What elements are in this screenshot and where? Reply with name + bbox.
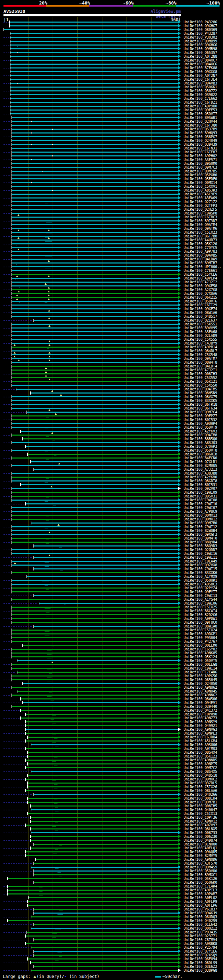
alignment-bar[interactable] bbox=[10, 45, 178, 46]
alignment-bar[interactable] bbox=[23, 438, 178, 439]
alignment-row[interactable]: UniRef100_B6CWI4 bbox=[0, 609, 223, 613]
alignment-bar[interactable] bbox=[22, 702, 178, 703]
alignment-bar[interactable] bbox=[12, 354, 178, 355]
subject-label[interactable]: UniRef100_B3XXK5 bbox=[184, 399, 217, 402]
subject-label[interactable]: UniRef100_O65357 bbox=[184, 51, 217, 54]
subject-label[interactable]: UniRef100_Q84XC6 bbox=[184, 62, 217, 66]
subject-label[interactable]: UniRef100_C5IX26 bbox=[184, 785, 217, 789]
alignment-bar[interactable] bbox=[39, 603, 178, 604]
alignment-bar[interactable] bbox=[12, 599, 178, 600]
alignment-row[interactable]: UniRef100_C7E4R4 bbox=[0, 885, 223, 888]
alignment-bar[interactable] bbox=[12, 266, 178, 267]
subject-label[interactable]: UniRef100_Q9M7B1 bbox=[184, 800, 217, 804]
alignment-row[interactable]: UniRef100_A8SJQ3 bbox=[0, 441, 223, 445]
alignment-bar[interactable] bbox=[22, 645, 178, 646]
subject-label[interactable]: UniRef100_B4FCN0 bbox=[184, 456, 217, 460]
subject-label[interactable]: UniRef100_Q946J9 bbox=[184, 911, 217, 915]
alignment-bar[interactable] bbox=[10, 56, 178, 57]
subject-label[interactable]: UniRef100_A1YS44 bbox=[184, 598, 217, 601]
alignment-bar[interactable] bbox=[30, 461, 178, 462]
alignment-bar[interactable] bbox=[30, 962, 178, 963]
alignment-row[interactable]: UniRef100_Q5EDF0 bbox=[0, 177, 223, 181]
alignment-row[interactable]: UniRef100_C6TEH7 bbox=[0, 150, 223, 154]
alignment-row[interactable]: UniRef100_Q0MX13 bbox=[0, 514, 223, 517]
alignment-row[interactable]: UniRef100_Q9SV31 bbox=[0, 494, 223, 498]
alignment-bar[interactable] bbox=[31, 947, 178, 948]
subject-label[interactable]: UniRef100_Q9M4T0 bbox=[184, 536, 217, 540]
subject-label[interactable]: UniRef100_Q9ATM8 bbox=[184, 433, 217, 437]
subject-label[interactable]: UniRef100_C5YCE6 bbox=[184, 272, 217, 276]
alignment-row[interactable]: UniRef100_A3F571 bbox=[0, 158, 223, 162]
alignment-row[interactable]: UniRef100_Q7XUA6 bbox=[0, 292, 223, 296]
alignment-bar[interactable] bbox=[26, 760, 178, 760]
subject-label[interactable]: UniRef100_A9PEP4 bbox=[184, 276, 217, 280]
alignment-bar[interactable] bbox=[18, 660, 178, 661]
alignment-bar[interactable] bbox=[12, 434, 178, 436]
alignment-row[interactable]: UniRef100_Q9M4T0 bbox=[0, 536, 223, 540]
subject-label[interactable]: UniRef100_Q08733 bbox=[184, 831, 217, 835]
alignment-row[interactable]: UniRef100_C5IX26 bbox=[0, 785, 223, 789]
alignment-bar[interactable] bbox=[12, 580, 178, 581]
alignment-row[interactable]: UniRef100_Q38PG8 bbox=[0, 969, 223, 972]
alignment-bar[interactable] bbox=[28, 798, 178, 799]
alignment-row[interactable]: UniRef100_A9PG56 bbox=[0, 674, 223, 678]
subject-label[interactable]: UniRef100_Q8W506 bbox=[184, 697, 217, 701]
subject-label[interactable]: UniRef100_A2X7G8 bbox=[184, 288, 217, 292]
alignment-bar[interactable] bbox=[12, 220, 178, 221]
alignment-row[interactable]: UniRef100_C5X548 bbox=[0, 353, 223, 357]
subject-label[interactable]: UniRef100_Q06Z30 bbox=[184, 835, 217, 838]
alignment-bar[interactable] bbox=[12, 125, 178, 126]
alignment-bar[interactable] bbox=[34, 874, 178, 875]
alignment-bar[interactable] bbox=[12, 228, 178, 229]
alignment-row[interactable]: UniRef100_C0PT36 bbox=[0, 816, 223, 819]
alignment-row[interactable]: UniRef100_C7E662 bbox=[0, 97, 223, 100]
alignment-bar[interactable] bbox=[12, 507, 178, 508]
alignment-row[interactable]: UniRef100_Q9ATM4 bbox=[0, 223, 223, 227]
alignment-bar[interactable] bbox=[12, 500, 178, 501]
alignment-row[interactable]: UniRef100_Q9ATM8 bbox=[0, 433, 223, 437]
subject-label[interactable]: UniRef100_A2YKV3 bbox=[184, 430, 217, 433]
alignment-bar[interactable] bbox=[31, 916, 178, 918]
alignment-row[interactable]: UniRef100_C6TBC3 bbox=[0, 215, 223, 219]
alignment-bar[interactable] bbox=[21, 710, 178, 711]
alignment-bar[interactable] bbox=[31, 970, 178, 971]
subject-label[interactable]: UniRef100_Q9FUC0 bbox=[184, 620, 217, 624]
subject-label[interactable]: UniRef100_A9NZ73 bbox=[184, 716, 217, 720]
alignment-bar[interactable] bbox=[12, 301, 178, 302]
alignment-row[interactable]: UniRef100_A0FLQ2 bbox=[0, 896, 223, 900]
alignment-row[interactable]: UniRef100_A0FLQ1 bbox=[0, 846, 223, 850]
alignment-row[interactable]: UniRef100_Q2QDD7 bbox=[0, 548, 223, 552]
subject-label[interactable]: UniRef100_C7DYC5 bbox=[184, 246, 217, 250]
subject-label[interactable]: UniRef100_C0PR90 bbox=[184, 712, 217, 716]
alignment-row[interactable]: UniRef100_B4FCN0 bbox=[0, 456, 223, 460]
alignment-row[interactable]: UniRef100_Q0MX14 bbox=[0, 181, 223, 185]
subject-label[interactable]: UniRef100_O23771 bbox=[184, 934, 217, 938]
subject-label[interactable]: UniRef100_C9WI15 bbox=[184, 567, 217, 571]
alignment-bar[interactable] bbox=[12, 243, 178, 244]
alignment-row[interactable]: UniRef100_Q40259 bbox=[0, 919, 223, 923]
subject-label[interactable]: UniRef100_Q3E6Z2 bbox=[184, 965, 217, 969]
alignment-row[interactable]: UniRef100_C9WI15 bbox=[0, 567, 223, 571]
alignment-row[interactable]: UniRef100_Q2LAD9 bbox=[0, 334, 223, 337]
alignment-row[interactable]: UniRef100_C9WI07 bbox=[0, 506, 223, 510]
subject-label[interactable]: UniRef100_Q8VX75 bbox=[184, 395, 217, 399]
alignment-bar[interactable] bbox=[28, 813, 178, 814]
subject-label[interactable]: UniRef100_Q6EU94 bbox=[184, 957, 217, 961]
subject-label[interactable]: UniRef100_A0FLP6 bbox=[184, 904, 217, 907]
alignment-row[interactable]: UniRef100_Q40266 bbox=[0, 792, 223, 797]
alignment-bar[interactable] bbox=[26, 943, 178, 944]
alignment-row[interactable]: UniRef100_O48517 bbox=[0, 315, 223, 318]
alignment-row[interactable]: UniRef100_C0PR90 bbox=[0, 712, 223, 716]
subject-label[interactable]: UniRef100_A9PIL3 bbox=[184, 888, 217, 892]
alignment-row[interactable]: UniRef100_B9MXC1 bbox=[0, 873, 223, 877]
alignment-row[interactable]: UniRef100_A9NV12 bbox=[0, 819, 223, 823]
subject-label[interactable]: UniRef100_Q08IH3 bbox=[184, 372, 217, 376]
alignment-bar[interactable] bbox=[26, 779, 178, 780]
alignment-row[interactable]: UniRef100_Q8W1A6 bbox=[0, 311, 223, 315]
alignment-bar[interactable] bbox=[26, 721, 178, 722]
subject-label[interactable]: UniRef100_Q08IH4 bbox=[184, 797, 217, 800]
subject-label[interactable]: UniRef100_Q4LDW9 bbox=[184, 257, 217, 261]
subject-label[interactable]: UniRef100_Q9ATM7 bbox=[184, 357, 217, 361]
alignment-bar[interactable] bbox=[30, 821, 178, 822]
subject-label[interactable]: UniRef100_Q8W1A8 bbox=[184, 624, 217, 628]
